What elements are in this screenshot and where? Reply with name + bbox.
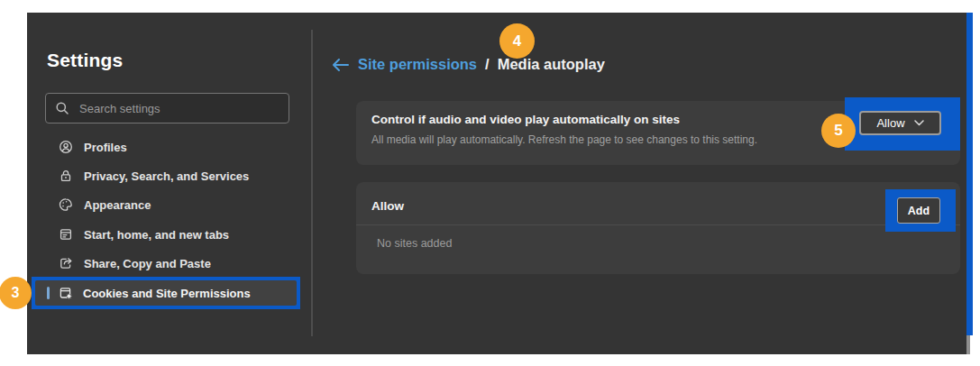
allow-list-card: Allow No sites added bbox=[356, 182, 960, 274]
add-site-button[interactable]: Add bbox=[897, 197, 940, 224]
step-badge-3: 3 bbox=[0, 277, 32, 309]
search-icon bbox=[55, 101, 69, 115]
screenshot-stage: Settings Profiles Privacy, Search, and S… bbox=[0, 0, 980, 366]
lock-icon bbox=[59, 169, 73, 183]
annotation-right-strip bbox=[966, 13, 973, 335]
cookie-permissions-icon bbox=[59, 286, 73, 300]
autoplay-setting-description: All media will play automatically. Refre… bbox=[371, 133, 757, 146]
sidebar-item-label: Appearance bbox=[84, 198, 151, 212]
page-title: Settings bbox=[47, 50, 123, 71]
palette-icon bbox=[59, 197, 73, 212]
back-button[interactable] bbox=[331, 58, 350, 72]
sidebar-item-privacy[interactable]: Privacy, Search, and Services bbox=[45, 161, 300, 190]
card-divider bbox=[356, 224, 960, 225]
sidebar-content-divider bbox=[311, 30, 313, 336]
sidebar-item-label: Privacy, Search, and Services bbox=[84, 169, 249, 183]
new-tab-layout-icon bbox=[59, 227, 73, 242]
sidebar-item-label: Profiles bbox=[84, 141, 127, 154]
profile-icon bbox=[59, 140, 73, 154]
step-badge-4: 4 bbox=[499, 23, 535, 59]
breadcrumb-current-media-autoplay: Media autoplay bbox=[498, 56, 605, 73]
sidebar-item-cookies-permissions[interactable]: Cookies and Site Permissions bbox=[35, 280, 297, 306]
sidebar-item-label: Share, Copy and Paste bbox=[84, 257, 211, 270]
step-badge-5: 5 bbox=[821, 114, 856, 148]
sidebar-item-share-copy-paste[interactable]: Share, Copy and Paste bbox=[45, 249, 300, 278]
annotation-box-cookies-item: Cookies and Site Permissions bbox=[32, 277, 300, 309]
selected-indicator bbox=[47, 287, 50, 299]
breadcrumb: Site permissions / Media autoplay bbox=[331, 56, 605, 73]
breadcrumb-link-site-permissions[interactable]: Site permissions bbox=[358, 56, 477, 73]
scrollbar-remnant bbox=[966, 335, 970, 354]
sidebar-item-label: Cookies and Site Permissions bbox=[83, 287, 251, 300]
sidebar-item-profiles[interactable]: Profiles bbox=[45, 133, 300, 161]
sidebar-item-start-home-tabs[interactable]: Start, home, and new tabs bbox=[45, 220, 300, 249]
no-sites-added-text: No sites added bbox=[377, 237, 452, 250]
autoplay-dropdown-value: Allow bbox=[876, 116, 904, 130]
sidebar-item-label: Start, home, and new tabs bbox=[84, 228, 229, 242]
allow-list-title: Allow bbox=[371, 199, 404, 213]
share-icon bbox=[59, 256, 73, 270]
breadcrumb-separator: / bbox=[485, 56, 490, 73]
autoplay-dropdown[interactable]: Allow bbox=[859, 111, 941, 135]
sidebar-item-appearance[interactable]: Appearance bbox=[45, 190, 300, 219]
autoplay-setting-title: Control if audio and video play automati… bbox=[371, 113, 680, 126]
search-settings-box[interactable] bbox=[45, 93, 289, 124]
search-input[interactable] bbox=[79, 102, 279, 115]
chevron-down-icon bbox=[914, 120, 924, 126]
